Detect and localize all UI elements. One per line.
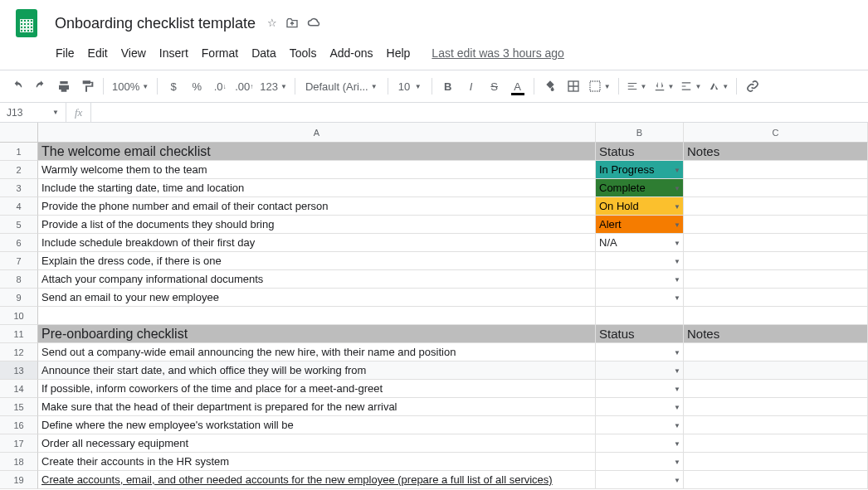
cell-b8[interactable]: ▼ [596, 270, 684, 289]
cell-b1[interactable]: Status [596, 143, 684, 161]
doc-title[interactable]: Onboarding checklist template [50, 13, 261, 34]
cell-b9[interactable]: ▼ [596, 289, 684, 307]
row-header[interactable]: 19 [0, 471, 38, 489]
font-select[interactable]: Default (Ari...▼ [300, 75, 383, 97]
dropdown-icon[interactable]: ▼ [674, 403, 680, 410]
row-header[interactable]: 3 [0, 179, 38, 197]
print-button[interactable] [53, 75, 75, 97]
dropdown-icon[interactable]: ▼ [674, 166, 680, 173]
dropdown-icon[interactable]: ▼ [674, 294, 680, 301]
menu-edit[interactable]: Edit [82, 43, 114, 63]
percent-button[interactable]: % [186, 75, 207, 97]
cell-c8[interactable] [684, 270, 868, 289]
move-icon[interactable] [285, 17, 299, 30]
cell-c18[interactable] [684, 453, 868, 471]
cell-c3[interactable] [684, 179, 868, 197]
zoom-select[interactable]: 100%▼ [109, 75, 152, 97]
cell-c15[interactable] [684, 398, 868, 416]
cell-b2[interactable]: In Progress▼ [596, 161, 684, 179]
row-header[interactable]: 16 [0, 416, 38, 434]
cell-c9[interactable] [684, 289, 868, 307]
cell-c1[interactable]: Notes [684, 143, 868, 161]
cell-c5[interactable] [684, 216, 868, 234]
font-size-select[interactable]: 10▼ [393, 75, 427, 97]
cell-c13[interactable] [684, 361, 868, 380]
cell-a12[interactable]: Send out a company-wide email announcing… [38, 343, 596, 361]
row-header[interactable]: 2 [0, 161, 38, 179]
last-edit-link[interactable]: Last edit was 3 hours ago [426, 43, 570, 63]
menu-insert[interactable]: Insert [154, 43, 194, 63]
dropdown-icon[interactable]: ▼ [674, 366, 680, 374]
cell-a9[interactable]: Send an email to your new employee [38, 289, 596, 307]
borders-button[interactable] [563, 75, 584, 97]
cell-a17[interactable]: Order all necessary equipment [38, 434, 596, 453]
row-header[interactable]: 7 [0, 252, 38, 270]
dropdown-icon[interactable]: ▼ [674, 421, 680, 429]
row-header[interactable]: 1 [0, 143, 38, 161]
menu-view[interactable]: View [115, 43, 152, 63]
row-header[interactable]: 4 [0, 197, 38, 216]
cell-a5[interactable]: Provide a list of the documents they sho… [38, 216, 596, 234]
dropdown-icon[interactable]: ▼ [674, 348, 680, 356]
menu-addons[interactable]: Add-ons [324, 43, 378, 63]
dropdown-icon[interactable]: ▼ [674, 476, 680, 483]
cell-c4[interactable] [684, 197, 868, 216]
cell-a2[interactable]: Warmly welcome them to the team [38, 161, 596, 179]
paint-format-button[interactable] [76, 75, 98, 97]
valign-button[interactable]: ▼ [651, 75, 677, 97]
decrease-decimal-button[interactable]: .0↓ [209, 75, 231, 97]
row-header[interactable]: 13 [0, 361, 38, 380]
row-header[interactable]: 15 [0, 398, 38, 416]
increase-decimal-button[interactable]: .00↑ [232, 75, 256, 97]
redo-button[interactable] [30, 75, 51, 97]
dropdown-icon[interactable]: ▼ [674, 239, 680, 246]
cell-a10[interactable] [38, 307, 596, 325]
menu-help[interactable]: Help [381, 43, 417, 63]
cell-b16[interactable]: ▼ [596, 416, 684, 434]
cell-b4[interactable]: On Hold▼ [596, 197, 684, 216]
dropdown-icon[interactable]: ▼ [674, 458, 680, 465]
menu-file[interactable]: File [50, 43, 80, 63]
cell-c19[interactable] [684, 471, 868, 489]
menu-format[interactable]: Format [196, 43, 244, 63]
select-all-corner[interactable] [0, 123, 38, 143]
row-header[interactable]: 12 [0, 343, 38, 361]
cell-a4[interactable]: Provide the phone number and email of th… [38, 197, 596, 216]
cell-a19[interactable]: Create accounts, email, and other needed… [38, 471, 596, 489]
link-button[interactable] [742, 75, 763, 97]
cell-b14[interactable]: ▼ [596, 380, 684, 398]
merge-button[interactable]: ▼ [586, 75, 613, 97]
cell-a16[interactable]: Define where the new employee's workstat… [38, 416, 596, 434]
cell-c10[interactable] [684, 307, 868, 325]
cell-a15[interactable]: Make sure that the head of their departm… [38, 398, 596, 416]
dropdown-icon[interactable]: ▼ [674, 385, 680, 392]
halign-button[interactable]: ▼ [624, 75, 650, 97]
col-header-b[interactable]: B [596, 123, 684, 143]
italic-button[interactable]: I [461, 75, 482, 97]
cell-b17[interactable]: ▼ [596, 434, 684, 453]
dropdown-icon[interactable]: ▼ [674, 221, 680, 228]
bold-button[interactable]: B [437, 75, 459, 97]
row-header[interactable]: 17 [0, 434, 38, 453]
cell-c7[interactable] [684, 252, 868, 270]
cell-c6[interactable] [684, 234, 868, 252]
row-header[interactable]: 6 [0, 234, 38, 252]
cell-a14[interactable]: If possible, inform coworkers of the tim… [38, 380, 596, 398]
row-header[interactable]: 11 [0, 325, 38, 343]
cell-b6[interactable]: N/A▼ [596, 234, 684, 252]
name-box[interactable]: J13▼ [0, 103, 66, 122]
dropdown-icon[interactable]: ▼ [674, 439, 680, 447]
star-icon[interactable]: ☆ [267, 17, 277, 30]
col-header-c[interactable]: C [684, 123, 868, 143]
cell-b10[interactable] [596, 307, 684, 325]
dropdown-icon[interactable]: ▼ [674, 275, 680, 283]
cell-b15[interactable]: ▼ [596, 398, 684, 416]
strike-button[interactable]: S [484, 75, 505, 97]
wrap-button[interactable]: ▼ [678, 75, 704, 97]
cell-b19[interactable]: ▼ [596, 471, 684, 489]
row-header[interactable]: 5 [0, 216, 38, 234]
undo-button[interactable] [7, 75, 28, 97]
menu-data[interactable]: Data [246, 43, 282, 63]
cell-c14[interactable] [684, 380, 868, 398]
menu-tools[interactable]: Tools [284, 43, 323, 63]
